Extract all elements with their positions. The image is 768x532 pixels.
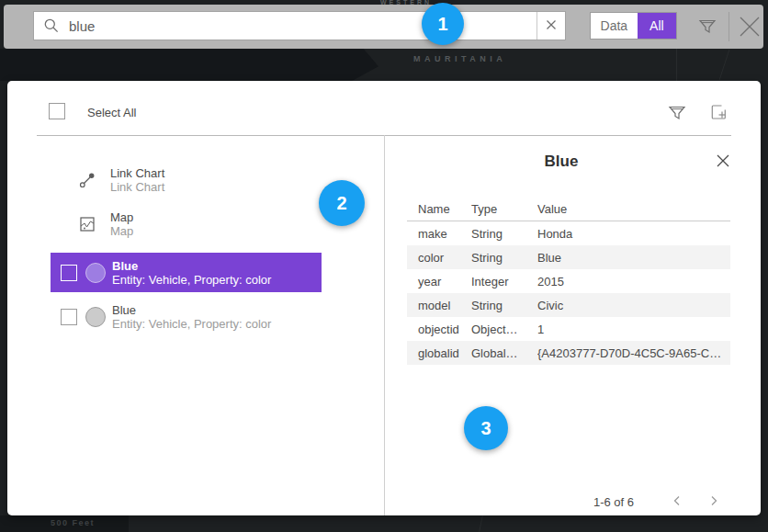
link-chart-icon [78,171,96,189]
map-scale-label: 500 Feet [51,518,95,527]
toolbar-divider [728,12,729,41]
result-subtitle: Map [110,224,133,238]
attribute-name-cell: objectid [407,323,471,336]
attribute-value-cell: Honda [537,227,730,241]
attribute-value-cell: 1 [537,323,730,336]
attribute-row: year Integer 2015 [407,269,730,293]
filter-icon [697,16,717,39]
chevron-left-icon [672,495,683,509]
attribute-table-header: Name Type Value [407,198,730,221]
search-results-dialog: Select All [7,81,761,515]
attribute-value-cell: Civic [537,299,730,312]
pagination-next-button[interactable] [705,492,723,511]
attribute-table: Name Type Value make String Honda color … [407,198,730,365]
attribute-row: color String Blue [407,245,730,269]
callout-badge-3: 3 [464,406,508,450]
search-icon [34,17,69,34]
result-item-link-chart[interactable]: Link Chart Link Chart [51,160,322,199]
add-to-selection-button[interactable] [706,101,730,125]
search-input[interactable] [69,12,536,40]
attribute-type-cell: Integer [471,275,537,289]
attribute-value-cell: {A4203777-D70D-4C5C-9A65-C… [537,346,730,360]
add-selection-icon [708,102,728,125]
close-icon [737,14,762,42]
results-filter-button[interactable] [665,101,689,125]
result-title: Blue [112,303,271,317]
map-border-line [676,49,677,81]
close-search-button[interactable] [736,14,763,41]
chevron-right-icon [708,495,719,509]
map-ocean-region [0,49,378,81]
callout-badge-2: 2 [319,180,365,226]
column-header-value: Value [537,202,730,216]
result-item-blue-selected[interactable]: Blue Entity: Vehicle, Property: color [51,253,322,292]
detail-title: Blue [384,153,739,171]
attribute-row: globalid Global… {A4203777-D70D-4C5C-9A6… [407,341,730,365]
clear-search-button[interactable] [536,12,565,40]
map-border-line [719,50,730,81]
clear-icon [546,19,557,33]
map-border-line [479,515,483,532]
close-icon [716,153,730,171]
search-toolbar: Data All [4,5,763,49]
result-subtitle: Entity: Vehicle, Property: color [112,317,271,331]
attribute-name-cell: model [407,299,471,312]
result-subtitle: Entity: Vehicle, Property: color [112,273,271,287]
attribute-type-cell: String [471,227,537,241]
result-item-blue[interactable]: Blue Entity: Vehicle, Property: color [51,297,322,336]
result-checkbox[interactable] [61,265,77,281]
attribute-name-cell: year [407,275,471,289]
attribute-row: model String Civic [407,293,730,317]
callout-badge-1: 1 [422,3,464,45]
attribute-name-cell: color [407,251,471,265]
attribute-value-cell: 2015 [537,275,730,289]
filter-icon [667,102,687,125]
scope-all-button[interactable]: All [638,13,676,39]
result-title: Link Chart [110,166,164,180]
result-title: Blue [112,259,271,273]
column-header-type: Type [471,202,537,216]
entity-circle-icon [85,307,106,327]
result-subtitle: Link Chart [110,180,164,194]
column-header-name: Name [407,202,471,216]
panel-divider [384,135,385,515]
attribute-row: make String Honda [407,221,730,245]
attribute-type-cell: String [471,251,537,265]
filter-button[interactable] [695,15,719,39]
map-icon [78,215,96,233]
attribute-value-cell: Blue [537,251,730,265]
pagination-range-label: 1-6 of 6 [577,495,650,509]
result-item-map[interactable]: Map Map [51,204,322,243]
result-checkbox[interactable] [61,309,77,325]
attribute-type-cell: Object… [471,323,537,336]
map-label-mauritania: MAURITANIA [413,54,506,63]
attribute-type-cell: Global… [471,346,537,360]
search-box [33,11,566,40]
scope-data-button[interactable]: Data [591,13,638,39]
search-overlay-screen: WESTERN MAURITANIA 500 Feet [0,0,768,532]
entity-circle-icon [85,263,106,283]
pagination-prev-button[interactable] [668,492,686,511]
attribute-name-cell: make [407,227,471,241]
detail-close-button[interactable] [713,152,733,172]
attribute-row: objectid Object… 1 [407,317,730,341]
attribute-type-cell: String [471,299,537,312]
search-scope-toggle: Data All [590,12,677,40]
result-title: Map [110,210,133,224]
select-all-checkbox[interactable] [49,103,65,119]
attribute-name-cell: globalid [407,346,471,360]
select-all-label[interactable]: Select All [87,106,136,119]
